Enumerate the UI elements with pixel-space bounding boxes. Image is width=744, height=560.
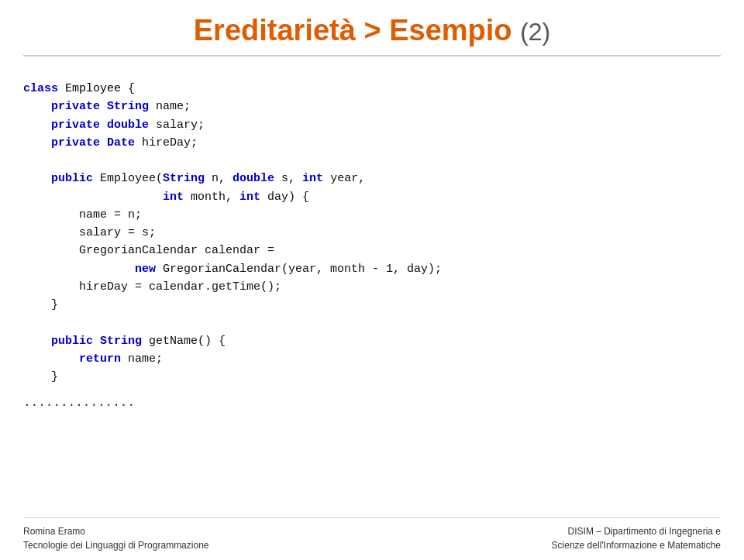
code-block: class Employee { private String name; pr… <box>23 72 721 517</box>
footer: Romina Eramo Tecnologie dei Linguaggi di… <box>23 517 721 560</box>
ellipsis: ............... <box>23 393 721 413</box>
code-line-13: } <box>23 296 721 314</box>
code-line-4: private Date hireDay; <box>23 134 721 152</box>
title-number: (2) <box>520 18 550 46</box>
code-line-17: } <box>23 368 721 386</box>
code-line-11: new GregorianCalendar(year, month - 1, d… <box>23 260 721 278</box>
footer-department-line1: DISIM – Dipartimento di Ingegneria e <box>552 524 721 538</box>
page-title: Ereditarietà > Esempio (2) <box>23 14 721 47</box>
code-line-1: class Employee { <box>23 80 721 98</box>
footer-left: Romina Eramo Tecnologie dei Linguaggi di… <box>23 524 208 552</box>
footer-author: Romina Eramo <box>23 524 208 538</box>
page: Ereditarietà > Esempio (2) class Employe… <box>0 0 744 560</box>
code-line-16: return name; <box>23 350 721 368</box>
code-line-6: public Employee(String n, double s, int … <box>23 170 721 187</box>
footer-right: DISIM – Dipartimento di Ingegneria e Sci… <box>552 524 721 552</box>
code-line-7: int month, int day) { <box>23 188 721 206</box>
code-line-5 <box>23 152 721 170</box>
code-line-9: salary = s; <box>23 224 721 242</box>
footer-department-line2: Scienze dell'Informazione e Matematiche <box>552 538 721 552</box>
code-line-15: public String getName() { <box>23 332 721 350</box>
code-line-2: private String name; <box>23 98 721 115</box>
footer-course: Tecnologie dei Linguaggi di Programmazio… <box>23 538 208 552</box>
code-line-14 <box>23 314 721 332</box>
code-line-10: GregorianCalendar calendar = <box>23 242 721 259</box>
code-line-12: hireDay = calendar.getTime(); <box>23 278 721 296</box>
code-line-3: private double salary; <box>23 116 721 134</box>
code-line-8: name = n; <box>23 206 721 224</box>
title-main: Ereditarietà > Esempio <box>194 14 512 46</box>
header: Ereditarietà > Esempio (2) <box>23 0 721 57</box>
